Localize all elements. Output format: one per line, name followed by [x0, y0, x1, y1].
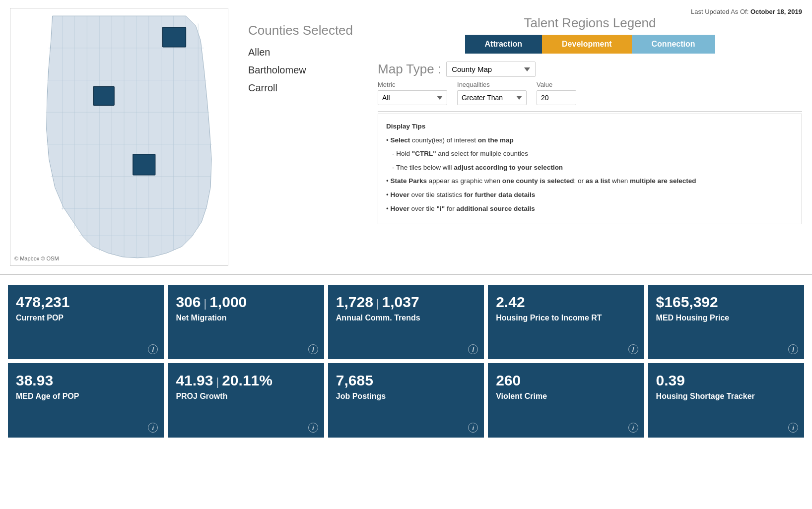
svg-rect-21 [133, 154, 155, 175]
tile-proj-growth-sep: | [216, 376, 219, 388]
tile-annual-comm-trends-sep: | [376, 297, 379, 310]
tile-housing-price-income-value: 2.42 [496, 294, 636, 310]
tile-annual-comm-trends-value-row: 1,728 | 1,037 [336, 294, 476, 313]
tile-proj-growth-value-row: 41.93 | 20.11% [176, 372, 316, 391]
map-type-label: Map Type : [378, 62, 441, 77]
tile-annual-comm-trends: 1,728 | 1,037 Annual Comm. Trends i [328, 285, 484, 359]
counties-selected-panel: Counties Selected Allen Bartholomew Carr… [238, 8, 363, 266]
map-type-select[interactable]: County Map Type Map [446, 62, 536, 77]
inequalities-label: Inequalities [457, 81, 527, 88]
tile-med-age-pop: 38.93 MED Age of POP i [8, 363, 164, 438]
tiles-section: 478,231 Current POP i 306 | 1,000 Net Mi… [0, 275, 812, 445]
value-input[interactable] [537, 90, 576, 105]
tile-net-migration-label: Net Migration [176, 313, 316, 323]
counties-list: Allen Bartholomew Carroll [248, 43, 353, 97]
counties-selected-title: Counties Selected [248, 23, 353, 38]
tile-annual-comm-trends-secondary: 1,037 [382, 294, 419, 310]
tile-net-migration-sep: | [203, 297, 206, 310]
svg-rect-19 [163, 27, 186, 47]
tile-med-age-pop-label: MED Age of POP [16, 391, 156, 402]
tile-job-postings-info[interactable]: i [468, 423, 478, 433]
tile-current-pop-value: 478,231 [16, 294, 156, 310]
inequalities-select[interactable]: Greater Than Less Than Equal To [457, 90, 527, 105]
tile-net-migration-main: 306 [176, 294, 201, 310]
tile-med-age-pop-info[interactable]: i [148, 423, 158, 433]
divider [378, 111, 802, 112]
tile-proj-growth-info[interactable]: i [308, 423, 318, 433]
county-item: Allen [248, 43, 353, 61]
tile-violent-crime-label: Violent Crime [496, 391, 636, 402]
tile-housing-price-income-label: Housing Price to Income RT [496, 313, 636, 323]
right-panel: Last Updated As Of: October 18, 2019 Tal… [378, 8, 802, 266]
tile-housing-shortage-tracker-label: Housing Shortage Tracker [656, 391, 796, 402]
tile-med-housing-price: $165,392 MED Housing Price i [648, 285, 804, 359]
tile-proj-growth: 41.93 | 20.11% PROJ Growth i [168, 363, 324, 438]
legend-title: Talent Regions Legend [378, 15, 802, 31]
value-label: Value [537, 81, 576, 88]
tile-housing-shortage-tracker-value: 0.39 [656, 372, 796, 388]
filter-row: Metric All Inequalities Greater Than Les… [378, 81, 802, 105]
tile-job-postings-label: Job Postings [336, 391, 476, 402]
tile-job-postings-value: 7,685 [336, 372, 476, 388]
display-tips: Display Tips • Select county(ies) of int… [378, 114, 802, 224]
tile-net-migration-info[interactable]: i [308, 344, 318, 354]
tile-current-pop-label: Current POP [16, 313, 156, 323]
last-updated: Last Updated As Of: October 18, 2019 [378, 8, 802, 15]
tile-violent-crime-info[interactable]: i [628, 423, 638, 433]
tile-proj-growth-secondary: 20.11% [222, 372, 272, 388]
indiana-map[interactable]: © Mapbox © OSM [10, 8, 228, 266]
last-updated-date: October 18, 2019 [750, 8, 802, 15]
svg-rect-20 [93, 86, 114, 105]
tile-violent-crime-value: 260 [496, 372, 636, 388]
inequalities-filter-group: Inequalities Greater Than Less Than Equa… [457, 81, 527, 105]
tile-med-housing-price-info[interactable]: i [788, 344, 798, 354]
legend-development-button[interactable]: Development [542, 35, 631, 54]
tile-housing-price-income-info[interactable]: i [628, 344, 638, 354]
tile-current-pop-info[interactable]: i [148, 344, 158, 354]
tile-housing-price-income: 2.42 Housing Price to Income RT i [488, 285, 644, 359]
tile-current-pop: 478,231 Current POP i [8, 285, 164, 359]
legend-attraction-button[interactable]: Attraction [465, 35, 542, 54]
tile-housing-shortage-tracker: 0.39 Housing Shortage Tracker i [648, 363, 804, 438]
tile-annual-comm-trends-label: Annual Comm. Trends [336, 313, 476, 323]
tile-annual-comm-trends-main: 1,728 [336, 294, 373, 310]
display-tips-title: Display Tips [386, 123, 425, 130]
tile-med-age-pop-value: 38.93 [16, 372, 156, 388]
tile-violent-crime: 260 Violent Crime i [488, 363, 644, 438]
tile-proj-growth-main: 41.93 [176, 372, 213, 388]
value-filter-group: Value [537, 81, 576, 105]
tile-med-housing-price-value: $165,392 [656, 294, 796, 310]
last-updated-label: Last Updated As Of: [691, 8, 748, 15]
tiles-grid: 478,231 Current POP i 306 | 1,000 Net Mi… [8, 285, 804, 438]
tile-annual-comm-trends-info[interactable]: i [468, 344, 478, 354]
map-type-row: Map Type : County Map Type Map [378, 62, 802, 77]
legend-connection-button[interactable]: Connection [632, 35, 715, 54]
county-item: Bartholomew [248, 61, 353, 79]
tile-net-migration-value-row: 306 | 1,000 [176, 294, 316, 313]
metric-label: Metric [378, 81, 447, 88]
tile-net-migration: 306 | 1,000 Net Migration i [168, 285, 324, 359]
county-item: Carroll [248, 79, 353, 97]
tile-net-migration-secondary: 1,000 [209, 294, 247, 310]
legend-buttons: Attraction Development Connection [378, 35, 802, 54]
tile-proj-growth-label: PROJ Growth [176, 391, 316, 402]
tile-housing-shortage-tracker-info[interactable]: i [788, 423, 798, 433]
tile-med-housing-price-label: MED Housing Price [656, 313, 796, 323]
metric-filter-group: Metric All [378, 81, 447, 105]
map-credit: © Mapbox © OSM [14, 255, 59, 261]
tile-job-postings: 7,685 Job Postings i [328, 363, 484, 438]
metric-select[interactable]: All [378, 90, 447, 105]
